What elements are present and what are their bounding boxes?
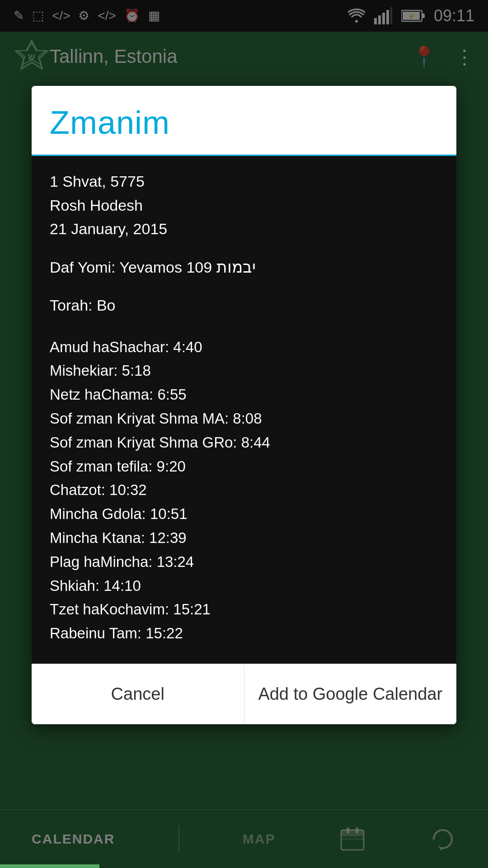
time-row-7: Mincha Gdola: 10:51 [50,502,438,526]
time-row-8: Mincha Ktana: 12:39 [50,526,438,550]
dialog-date-3: 21 January, 2015 [50,217,438,241]
time-row-11: Tzet haKochavim: 15:21 [50,598,438,622]
dialog-daf-hebrew: יבמות [216,258,256,276]
time-row-10: Shkiah: 14:10 [50,574,438,598]
dialog-times-list: Amud haShachar: 4:40 Mishekiar: 5:18 Net… [50,335,438,646]
time-row-0: Amud haShachar: 4:40 [50,335,438,359]
dialog-title: Zmanim [50,104,170,141]
time-row-6: Chatzot: 10:32 [50,478,438,502]
dialog-buttons: Cancel Add to Google Calendar [32,664,456,724]
time-row-4: Sof zman Kriyat Shma GRo: 8:44 [50,431,438,455]
dialog-content: 1 Shvat, 5775 Rosh Hodesh 21 January, 20… [32,156,456,664]
cancel-button[interactable]: Cancel [32,664,244,724]
dialog-date-2: Rosh Hodesh [50,193,438,217]
time-row-5: Sof zman tefila: 9:20 [50,455,438,479]
dialog-daf-yomi: Daf Yomi: Yevamos 109 יבמות [50,255,438,280]
add-to-calendar-button[interactable]: Add to Google Calendar [244,664,457,724]
time-row-9: Plag haMincha: 13:24 [50,550,438,574]
time-row-2: Netz haChama: 6:55 [50,383,438,407]
progress-bar [0,864,99,868]
dialog-date-1: 1 Shvat, 5775 [50,170,438,193]
dialog-title-section: Zmanim [32,86,456,156]
zmanim-dialog: Zmanim 1 Shvat, 5775 Rosh Hodesh 21 Janu… [32,86,456,724]
time-row-1: Mishekiar: 5:18 [50,359,438,383]
time-row-12: Rabeinu Tam: 15:22 [50,622,438,646]
dialog-torah: Torah: Bo [50,293,438,317]
time-row-3: Sof zman Kriyat Shma MA: 8:08 [50,407,438,431]
